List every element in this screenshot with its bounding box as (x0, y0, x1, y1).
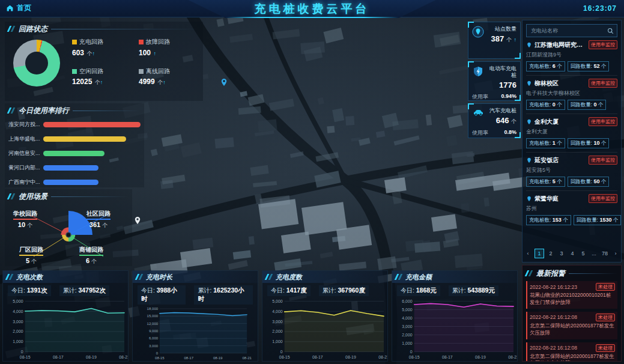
total-stat-chip: 累计:543889元 (449, 285, 498, 296)
usage-rate-label: 使用率 (472, 129, 488, 137)
alarm-message: 北京第二保障站的2020001877桩发生欠压停止充电故障 (530, 353, 615, 362)
pile-count-value: 5 (553, 178, 556, 184)
usage-monitor-button[interactable]: 使用率监控 (589, 40, 617, 49)
today-label: 今日: (11, 287, 25, 294)
pile-count-chip: 充电桩数: 153 个 (526, 215, 571, 225)
loop-count-unit: 个 (613, 217, 619, 223)
rank-row: 上海华盛电... (8, 134, 141, 144)
pagination-page-button[interactable]: 5 (579, 249, 587, 258)
page-title: 充电桩收费云平台 (255, 1, 370, 17)
svg-text:2,000: 2,000 (272, 329, 282, 333)
alarm-status-badge: 未处理 (596, 314, 615, 321)
svg-text:08-15: 08-15 (155, 356, 165, 360)
station-search-input[interactable] (530, 27, 607, 34)
rank-track (43, 151, 141, 156)
legend-value: 4999 (139, 77, 155, 86)
panel-circuit-status: 回路状态 充电回路 603 个↑ 故障回路 100 ↑ 空闲回路 12025 (5, 22, 203, 101)
alarm-status-badge: 未处理 (596, 344, 615, 352)
loop-count-value: 10 (593, 140, 599, 146)
svg-text:6,000: 6,000 (149, 336, 159, 340)
svg-text:3,000: 3,000 (149, 344, 159, 348)
today-label: 今日: (271, 287, 285, 294)
total-stat-chip: 累计:1625230小时 (194, 285, 253, 305)
legend-value: 603 (72, 49, 84, 57)
svg-text:08-17: 08-17 (184, 356, 193, 360)
usage-monitor-button[interactable]: 使用率监控 (589, 156, 617, 165)
map-marker-icon[interactable] (220, 78, 228, 86)
total-stat-chip: 累计:347952次 (59, 285, 109, 296)
panel-title-icon (396, 274, 402, 280)
rank-bar (43, 165, 98, 171)
alarm-item[interactable]: 2022-08-22 16:12:23 未处理 花果山物业的2021022000… (526, 281, 617, 309)
rank-bar (43, 122, 141, 127)
rank-label: 淮安同方投... (8, 121, 43, 129)
station-pin-icon (526, 80, 532, 86)
pagination-next-button[interactable]: › (611, 249, 620, 258)
home-nav-label: 首页 (17, 3, 31, 13)
station-card[interactable]: 金利大厦 使用率监控 金利大厦 充电桩数: 1 个 回路数量: 10 个 (526, 114, 617, 153)
rank-label: 河南信息安... (8, 150, 43, 157)
usage-monitor-button[interactable]: 使用率监控 (589, 79, 617, 88)
pagination-page-button[interactable]: 4 (568, 249, 577, 258)
loop-count-value: 50 (593, 178, 599, 184)
station-card[interactable]: 江苏微电网研究院测试 使用率监控 江阴新澄路9号 充电桩数: 6 个 回路数量:… (526, 37, 617, 76)
rank-track (43, 165, 141, 171)
today-stat-chip: 今日:1868元 (397, 285, 440, 296)
circuit-status-body: 充电回路 603 个↑ 故障回路 100 ↑ 空闲回路 12025 个↑ 离线回… (8, 38, 199, 87)
station-search-box (526, 24, 617, 37)
alarm-item[interactable]: 2022-08-22 16:12:08 未处理 北京第二保障站的20200018… (526, 312, 617, 339)
pagination-page-button[interactable]: 1 (535, 249, 544, 258)
trend-panel-charge-energy: 充电度数 今日:1417度 累计:367960度 01,0002,0003,00… (262, 270, 388, 362)
svg-text:08-15: 08-15 (279, 355, 290, 359)
pagination-prev-button[interactable]: ‹ (524, 249, 532, 258)
home-nav-button[interactable]: 首页 (6, 3, 31, 13)
alarm-item[interactable]: 2022-08-22 16:12:08 未处理 北京第二保障站的20200018… (526, 342, 617, 362)
legend-value: 12025 (72, 77, 92, 86)
trend-panel-charge-duration: 充电时长 今日:3988小时 累计:1625230小时 03,0006,0009… (132, 270, 258, 362)
scene-unit: 个 (27, 222, 32, 228)
station-name: 延安饭店 (535, 156, 586, 165)
map-marker-icon[interactable] (133, 216, 142, 225)
station-card[interactable]: 紫鹭华庭 使用率监控 苏州 充电桩数: 153 个 回路数量: 1530 个 (526, 191, 617, 229)
station-pin-icon (526, 196, 532, 202)
pagination-page-button[interactable]: 3 (557, 249, 566, 258)
legend-item-fault: 故障回路 100 ↑ (139, 38, 199, 58)
loop-count-label: 回路数量: (571, 102, 592, 108)
legend-swatch (139, 40, 144, 44)
svg-text:4,000: 4,000 (272, 309, 282, 314)
rank-track (43, 122, 141, 127)
panel-latest-alarms: 最新报警 2022-08-22 16:12:23 未处理 花果山物业的20210… (522, 265, 622, 362)
usage-scene-title: 使用场景 (19, 192, 47, 202)
svg-text:6,000: 6,000 (402, 299, 412, 303)
scene-label-factory: 厂区回路 5 个 (19, 246, 43, 265)
alarms-title-row: 最新报警 (526, 268, 617, 278)
total-value: 367960度 (338, 287, 365, 294)
pile-count-chip: 充电桩数: 0 个 (526, 100, 565, 110)
station-card[interactable]: 柳林校区 使用率监控 电子科技大学柳林校区 充电桩数: 0 个 回路数量: 0 … (526, 76, 617, 114)
loop-count-unit: 个 (601, 178, 607, 184)
pagination-page-button[interactable]: 2 (547, 249, 555, 258)
usage-rate-label: 使用率 (472, 93, 488, 101)
pagination-page-button[interactable]: 78 (601, 249, 609, 258)
loop-count-unit: 个 (601, 140, 607, 146)
station-card[interactable]: 延安饭店 使用率监控 延安路5号 充电桩数: 5 个 回路数量: 50 个 (526, 153, 617, 191)
panel-title-icon (266, 274, 273, 280)
legend-swatch (72, 69, 77, 74)
circuit-status-title: 回路状态 (19, 24, 47, 34)
loop-count-value: 0 (593, 102, 596, 108)
total-value: 543889元 (467, 287, 495, 294)
rank-track (43, 136, 141, 142)
station-name: 金利大厦 (535, 118, 586, 126)
svg-text:08-19: 08-19 (345, 355, 356, 359)
usage-monitor-button[interactable]: 使用率监控 (589, 117, 617, 126)
svg-text:3,000: 3,000 (272, 320, 282, 324)
usage-monitor-button[interactable]: 使用率监控 (589, 194, 617, 203)
scene-name: 学校回路 (13, 210, 37, 220)
search-icon[interactable] (607, 28, 614, 34)
today-value: 1417度 (286, 287, 307, 294)
pile-count-value: 6 (553, 63, 556, 69)
station-address: 金利大厦 (526, 128, 617, 136)
rank-bar (43, 151, 105, 156)
location-pin-icon (472, 26, 484, 38)
panel-title-icon (526, 270, 533, 276)
